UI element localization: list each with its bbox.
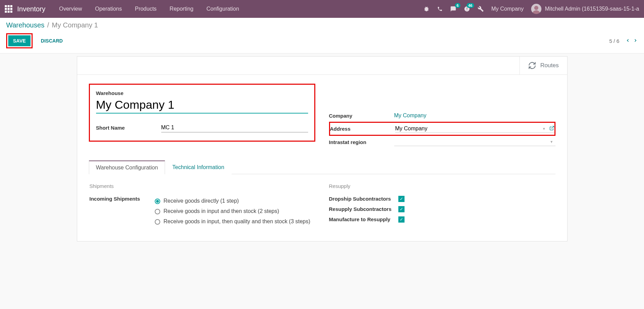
radio-icon (155, 199, 160, 204)
manufacture-resupply-checkbox[interactable]: ✓ (398, 216, 405, 223)
highlight-save: SAVE (6, 33, 33, 48)
breadcrumb-sep: / (47, 21, 49, 29)
main-menu: Overview Operations Products Reporting C… (59, 6, 239, 12)
shipments-section-title: Shipments (90, 183, 315, 189)
breadcrumb-current: My Company 1 (52, 21, 98, 29)
resupply-section-title: Resupply (329, 183, 555, 189)
user-menu[interactable]: Mitchell Admin (16151359-saas-15-1-a (531, 4, 639, 14)
pager-prev-icon[interactable] (625, 37, 630, 45)
activities-badge: 46 (467, 3, 474, 8)
intrastat-input[interactable] (394, 139, 548, 145)
incoming-option-1[interactable]: Receive goods directly (1 step) (155, 196, 315, 206)
button-box: Routes (77, 57, 567, 75)
messages-icon[interactable]: 6 (450, 6, 456, 12)
svg-line-0 (551, 126, 554, 129)
breadcrumb-root[interactable]: Warehouses (6, 21, 45, 29)
pager: 5 / 6 (609, 37, 638, 45)
breadcrumb: Warehouses / My Company 1 (6, 21, 638, 29)
nav-operations[interactable]: Operations (95, 6, 122, 12)
warehouse-label: Warehouse (96, 90, 308, 96)
incoming-option-3-label: Receive goods in input, then quality and… (164, 218, 311, 225)
messages-badge: 6 (455, 3, 460, 8)
resupply-sub-checkbox[interactable]: ✓ (398, 206, 405, 212)
incoming-shipments-label: Incoming Shipments (90, 196, 155, 227)
user-name: Mitchell Admin (16151359-saas-15-1-a (545, 6, 639, 12)
radio-icon (155, 209, 160, 214)
short-name-input[interactable] (161, 123, 308, 132)
save-button[interactable]: SAVE (8, 35, 31, 46)
tools-icon[interactable] (478, 6, 484, 12)
phone-icon[interactable] (437, 6, 443, 12)
dropship-sub-label: Dropship Subcontractors (329, 196, 394, 202)
activities-icon[interactable]: 46 (464, 6, 470, 12)
pager-position: 5 / 6 (609, 38, 619, 44)
company-label: Company (329, 113, 394, 119)
apps-icon[interactable] (5, 5, 12, 13)
address-label: Address (330, 126, 395, 132)
address-input[interactable] (395, 126, 540, 132)
top-navbar: Inventory Overview Operations Products R… (0, 0, 644, 18)
chevron-down-icon[interactable]: ▼ (542, 127, 546, 131)
company-value[interactable]: My Company (394, 112, 426, 118)
dropship-sub-checkbox[interactable]: ✓ (398, 196, 405, 202)
pager-next-icon[interactable] (633, 37, 638, 45)
tabs: Warehouse Configuration Technical Inform… (89, 161, 555, 174)
actions-row: SAVE DISCARD 5 / 6 (6, 33, 638, 48)
incoming-option-3[interactable]: Receive goods in input, then quality and… (155, 216, 315, 227)
nav-reporting[interactable]: Reporting (169, 6, 193, 12)
nav-configuration[interactable]: Configuration (207, 6, 239, 12)
manufacture-resupply-label: Manufacture to Resupply (329, 216, 394, 222)
debug-icon[interactable] (423, 6, 430, 12)
nav-products[interactable]: Products (135, 6, 156, 12)
intrastat-label: Intrastat region (329, 139, 394, 145)
tab-warehouse-config[interactable]: Warehouse Configuration (89, 161, 165, 174)
app-title[interactable]: Inventory (17, 5, 45, 13)
nav-overview[interactable]: Overview (59, 6, 82, 12)
control-panel: Warehouses / My Company 1 SAVE DISCARD 5… (0, 18, 644, 54)
warehouse-name-input[interactable] (96, 97, 308, 114)
avatar-icon (531, 4, 541, 14)
tab-content: Shipments Incoming Shipments Receive goo… (89, 174, 555, 238)
radio-icon (155, 219, 160, 225)
routes-stat-button[interactable]: Routes (519, 57, 567, 74)
company-switcher[interactable]: My Company (491, 6, 524, 12)
tab-technical-info[interactable]: Technical Information (165, 161, 231, 174)
refresh-icon (528, 61, 536, 70)
resupply-sub-label: Resupply Subcontractors (329, 206, 394, 212)
incoming-option-2-label: Receive goods in input and then stock (2… (164, 208, 279, 214)
incoming-option-1-label: Receive goods directly (1 step) (164, 198, 239, 204)
short-name-label: Short Name (96, 125, 161, 131)
highlight-address-row: Address ▼ (329, 122, 555, 136)
discard-button[interactable]: DISCARD (36, 35, 68, 46)
routes-label: Routes (540, 62, 559, 69)
incoming-option-2[interactable]: Receive goods in input and then stock (2… (155, 206, 315, 216)
chevron-down-icon[interactable]: ▼ (550, 140, 553, 144)
external-link-icon[interactable] (549, 126, 554, 132)
form-sheet: Routes Warehouse Short Name Company M (77, 56, 567, 241)
topbar-right: 6 46 My Company Mitchell Admin (16151359… (423, 4, 639, 14)
